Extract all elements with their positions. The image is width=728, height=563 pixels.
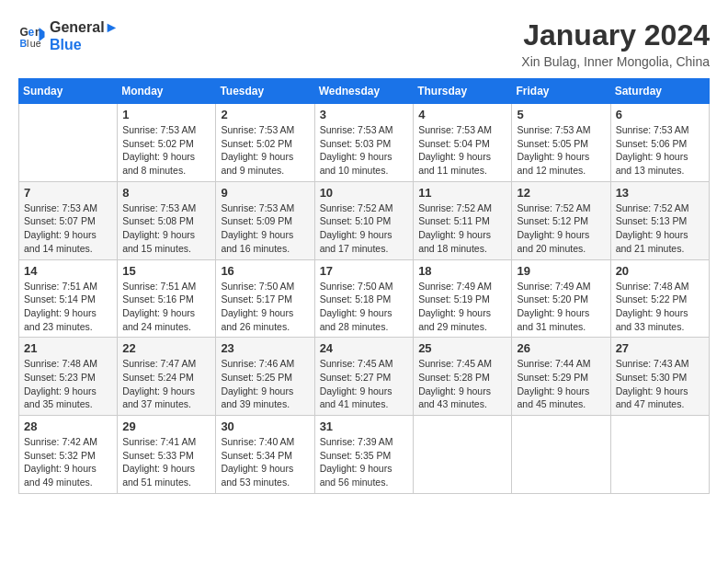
day-info: Sunrise: 7:48 AMSunset: 5:22 PMDaylight:… bbox=[616, 280, 704, 334]
column-header-monday: Monday bbox=[118, 79, 216, 104]
calendar-cell: 17Sunrise: 7:50 AMSunset: 5:18 PMDayligh… bbox=[314, 259, 414, 338]
day-number: 22 bbox=[122, 341, 210, 355]
day-number: 1 bbox=[122, 108, 210, 121]
calendar-cell: 28Sunrise: 7:42 AMSunset: 5:32 PMDayligh… bbox=[19, 416, 118, 494]
day-number: 9 bbox=[221, 186, 309, 200]
logo-general: General► bbox=[50, 18, 119, 36]
day-info: Sunrise: 7:52 AMSunset: 5:12 PMDaylight:… bbox=[517, 201, 605, 256]
calendar-cell bbox=[414, 416, 512, 494]
calendar-cell: 26Sunrise: 7:44 AMSunset: 5:29 PMDayligh… bbox=[512, 338, 610, 416]
calendar-cell: 21Sunrise: 7:48 AMSunset: 5:23 PMDayligh… bbox=[19, 338, 118, 416]
calendar-cell: 25Sunrise: 7:45 AMSunset: 5:28 PMDayligh… bbox=[414, 338, 512, 416]
day-info: Sunrise: 7:53 AMSunset: 5:07 PMDaylight:… bbox=[24, 201, 112, 256]
day-info: Sunrise: 7:46 AMSunset: 5:25 PMDaylight:… bbox=[221, 357, 309, 411]
day-info: Sunrise: 7:42 AMSunset: 5:32 PMDaylight:… bbox=[24, 435, 112, 489]
calendar-week-4: 21Sunrise: 7:48 AMSunset: 5:23 PMDayligh… bbox=[19, 338, 710, 416]
day-info: Sunrise: 7:53 AMSunset: 5:09 PMDaylight:… bbox=[221, 201, 309, 256]
day-number: 2 bbox=[221, 108, 309, 121]
calendar-cell: 29Sunrise: 7:41 AMSunset: 5:33 PMDayligh… bbox=[118, 416, 216, 494]
day-info: Sunrise: 7:50 AMSunset: 5:17 PMDaylight:… bbox=[221, 280, 309, 334]
day-info: Sunrise: 7:48 AMSunset: 5:23 PMDaylight:… bbox=[24, 357, 112, 411]
logo-icon: G e n B l u e bbox=[18, 22, 46, 50]
calendar-cell: 14Sunrise: 7:51 AMSunset: 5:14 PMDayligh… bbox=[19, 259, 118, 338]
day-info: Sunrise: 7:52 AMSunset: 5:10 PMDaylight:… bbox=[320, 201, 409, 256]
day-number: 3 bbox=[320, 108, 409, 121]
calendar-cell: 6Sunrise: 7:53 AMSunset: 5:06 PMDaylight… bbox=[610, 104, 709, 182]
column-header-friday: Friday bbox=[512, 79, 610, 104]
calendar-week-3: 14Sunrise: 7:51 AMSunset: 5:14 PMDayligh… bbox=[19, 259, 710, 338]
calendar-week-2: 7Sunrise: 7:53 AMSunset: 5:07 PMDaylight… bbox=[19, 181, 710, 259]
svg-text:l: l bbox=[27, 38, 28, 49]
calendar-cell bbox=[19, 104, 118, 182]
logo-blue: Blue bbox=[50, 36, 119, 53]
column-header-tuesday: Tuesday bbox=[216, 79, 314, 104]
day-number: 4 bbox=[418, 108, 506, 121]
day-number: 21 bbox=[24, 341, 112, 355]
column-header-saturday: Saturday bbox=[610, 79, 709, 104]
day-info: Sunrise: 7:53 AMSunset: 5:04 PMDaylight:… bbox=[418, 123, 506, 178]
day-info: Sunrise: 7:47 AMSunset: 5:24 PMDaylight:… bbox=[122, 357, 210, 411]
day-number: 11 bbox=[418, 186, 506, 200]
calendar-week-1: 1Sunrise: 7:53 AMSunset: 5:02 PMDaylight… bbox=[19, 104, 710, 182]
day-info: Sunrise: 7:51 AMSunset: 5:14 PMDaylight:… bbox=[24, 280, 112, 334]
calendar-cell: 5Sunrise: 7:53 AMSunset: 5:05 PMDaylight… bbox=[512, 104, 610, 182]
calendar-cell: 10Sunrise: 7:52 AMSunset: 5:10 PMDayligh… bbox=[314, 181, 414, 259]
day-number: 12 bbox=[517, 186, 605, 200]
calendar-cell: 16Sunrise: 7:50 AMSunset: 5:17 PMDayligh… bbox=[216, 259, 314, 338]
day-number: 28 bbox=[24, 419, 112, 433]
day-info: Sunrise: 7:51 AMSunset: 5:16 PMDaylight:… bbox=[122, 280, 210, 334]
day-info: Sunrise: 7:53 AMSunset: 5:05 PMDaylight:… bbox=[517, 123, 605, 178]
day-info: Sunrise: 7:53 AMSunset: 5:02 PMDaylight:… bbox=[221, 123, 309, 178]
calendar-cell: 22Sunrise: 7:47 AMSunset: 5:24 PMDayligh… bbox=[118, 338, 216, 416]
calendar-cell: 3Sunrise: 7:53 AMSunset: 5:03 PMDaylight… bbox=[314, 104, 414, 182]
day-info: Sunrise: 7:40 AMSunset: 5:34 PMDaylight:… bbox=[221, 435, 309, 489]
day-number: 26 bbox=[517, 341, 605, 355]
calendar-cell: 8Sunrise: 7:53 AMSunset: 5:08 PMDaylight… bbox=[118, 181, 216, 259]
svg-text:u: u bbox=[30, 38, 36, 49]
day-info: Sunrise: 7:49 AMSunset: 5:20 PMDaylight:… bbox=[517, 280, 605, 334]
calendar-table: SundayMondayTuesdayWednesdayThursdayFrid… bbox=[18, 78, 710, 494]
day-number: 16 bbox=[221, 264, 309, 278]
calendar-week-5: 28Sunrise: 7:42 AMSunset: 5:32 PMDayligh… bbox=[19, 416, 710, 494]
calendar-cell: 11Sunrise: 7:52 AMSunset: 5:11 PMDayligh… bbox=[414, 181, 512, 259]
day-number: 15 bbox=[122, 264, 210, 278]
calendar-cell: 20Sunrise: 7:48 AMSunset: 5:22 PMDayligh… bbox=[610, 259, 709, 338]
day-info: Sunrise: 7:52 AMSunset: 5:11 PMDaylight:… bbox=[418, 201, 506, 256]
day-number: 29 bbox=[122, 419, 210, 433]
calendar-cell: 15Sunrise: 7:51 AMSunset: 5:16 PMDayligh… bbox=[118, 259, 216, 338]
day-number: 17 bbox=[320, 264, 409, 278]
svg-text:e: e bbox=[28, 26, 35, 39]
day-info: Sunrise: 7:44 AMSunset: 5:29 PMDaylight:… bbox=[517, 357, 605, 411]
day-number: 25 bbox=[418, 341, 506, 355]
day-number: 14 bbox=[24, 264, 112, 278]
day-info: Sunrise: 7:53 AMSunset: 5:03 PMDaylight:… bbox=[320, 123, 409, 178]
column-header-wednesday: Wednesday bbox=[314, 79, 414, 104]
day-number: 6 bbox=[616, 108, 704, 121]
day-info: Sunrise: 7:53 AMSunset: 5:08 PMDaylight:… bbox=[122, 201, 210, 256]
calendar-title: January 2024 bbox=[521, 18, 710, 52]
calendar-cell: 18Sunrise: 7:49 AMSunset: 5:19 PMDayligh… bbox=[414, 259, 512, 338]
day-number: 20 bbox=[616, 264, 704, 278]
calendar-cell: 24Sunrise: 7:45 AMSunset: 5:27 PMDayligh… bbox=[314, 338, 414, 416]
day-number: 8 bbox=[122, 186, 210, 200]
day-info: Sunrise: 7:39 AMSunset: 5:35 PMDaylight:… bbox=[320, 435, 409, 489]
day-info: Sunrise: 7:50 AMSunset: 5:18 PMDaylight:… bbox=[320, 280, 409, 334]
column-header-sunday: Sunday bbox=[19, 79, 118, 104]
day-number: 23 bbox=[221, 341, 309, 355]
day-number: 18 bbox=[418, 264, 506, 278]
calendar-cell: 9Sunrise: 7:53 AMSunset: 5:09 PMDaylight… bbox=[216, 181, 314, 259]
title-area: January 2024 Xin Bulag, Inner Mongolia, … bbox=[521, 18, 710, 69]
day-info: Sunrise: 7:45 AMSunset: 5:27 PMDaylight:… bbox=[320, 357, 409, 411]
calendar-subtitle: Xin Bulag, Inner Mongolia, China bbox=[521, 54, 710, 69]
day-info: Sunrise: 7:45 AMSunset: 5:28 PMDaylight:… bbox=[418, 357, 506, 411]
day-info: Sunrise: 7:43 AMSunset: 5:30 PMDaylight:… bbox=[616, 357, 704, 411]
calendar-cell bbox=[512, 416, 610, 494]
day-info: Sunrise: 7:41 AMSunset: 5:33 PMDaylight:… bbox=[122, 435, 210, 489]
calendar-cell bbox=[610, 416, 709, 494]
header: G e n B l u e General► Blue January 2024… bbox=[18, 18, 710, 69]
day-info: Sunrise: 7:49 AMSunset: 5:19 PMDaylight:… bbox=[418, 280, 506, 334]
svg-text:G: G bbox=[20, 26, 28, 39]
day-number: 5 bbox=[517, 108, 605, 121]
day-number: 30 bbox=[221, 419, 309, 433]
calendar-cell: 31Sunrise: 7:39 AMSunset: 5:35 PMDayligh… bbox=[314, 416, 414, 494]
